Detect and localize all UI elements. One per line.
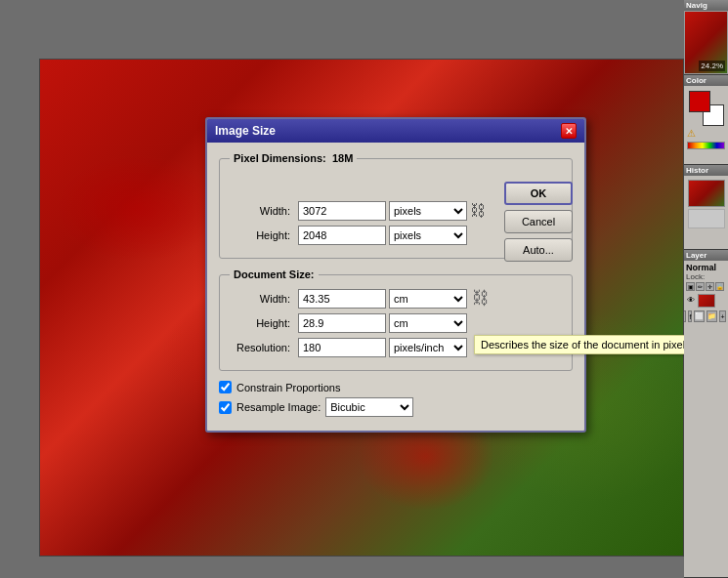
history-body — [684, 176, 728, 249]
lock-label: Lock: — [686, 272, 726, 281]
layer-item: 👁 — [686, 294, 726, 308]
dialog-titlebar: Image Size ✕ — [207, 119, 584, 143]
auto-button[interactable]: Auto... — [504, 238, 573, 262]
navigator-percent: 24.2% — [699, 61, 725, 71]
pixel-height-input[interactable] — [298, 226, 386, 245]
constrain-proportions-checkbox[interactable] — [219, 381, 232, 393]
color-panel: Color ⚠ — [684, 75, 728, 165]
color-gradient-bar — [687, 142, 725, 149]
doc-width-label: Width: — [230, 293, 298, 305]
history-header: Histor — [684, 165, 728, 176]
doc-height-unit-select[interactable]: cm — [389, 313, 467, 333]
history-panel: Histor — [684, 165, 728, 250]
resolution-unit-select[interactable]: pixels/inch — [389, 338, 467, 357]
tooltip: Describes the size of the document in pi… — [474, 335, 684, 354]
warning-icon: ⚠ — [687, 128, 725, 139]
lock-transparency-icon[interactable]: ▣ — [686, 282, 695, 291]
doc-height-input[interactable] — [298, 313, 386, 333]
constrain-proportions-label: Constrain Proportions — [236, 382, 340, 393]
pixel-dimensions-legend: Pixel Dimensions: 18M — [230, 152, 357, 164]
layer-new-icon[interactable]: + — [719, 310, 725, 322]
layer-link-icon[interactable]: 🔗 — [684, 310, 686, 322]
lock-icons: ▣ ✏ ✛ 🔒 — [686, 282, 726, 291]
right-panel: Navig 24.2% Color ⚠ Histor Layer Normal … — [684, 0, 728, 578]
resolution-input[interactable] — [298, 338, 386, 357]
resample-checkbox[interactable] — [219, 401, 232, 414]
layer-style-icon[interactable]: f — [688, 310, 692, 322]
lock-all-icon[interactable]: 🔒 — [715, 282, 724, 291]
dialog-buttons: OK Cancel Auto... — [504, 182, 573, 262]
pixel-width-label: Width: — [230, 205, 298, 217]
layers-body: Normal Lock: ▣ ✏ ✛ 🔒 👁 🔗 f ⬜ 📁 + 🗑 — [684, 261, 728, 577]
pixel-height-unit-select[interactable]: pixels — [389, 226, 467, 245]
lock-move-icon[interactable]: ✛ — [706, 282, 714, 291]
doc-chain-icon: ⛓ — [472, 288, 490, 309]
navigator-panel: Navig 24.2% — [684, 0, 728, 75]
pixel-width-unit-select[interactable]: pixels — [389, 201, 467, 221]
layers-panel: Layer Normal Lock: ▣ ✏ ✛ 🔒 👁 🔗 f ⬜ 📁 + 🗑 — [684, 250, 728, 578]
doc-width-input[interactable] — [298, 289, 386, 309]
image-size-dialog: Image Size ✕ Pixel Dimensions: 18M Descr… — [205, 117, 586, 433]
doc-width-unit-select[interactable]: cm — [389, 289, 467, 309]
layers-header: Layer — [684, 250, 728, 261]
pixel-width-input[interactable] — [298, 201, 386, 221]
document-size-group: Document Size: Width: cm ⛓ Height: — [219, 268, 573, 371]
layer-thumbnail — [698, 294, 715, 308]
doc-width-row: Width: cm ⛓ — [230, 288, 562, 309]
dialog-body: Pixel Dimensions: 18M Describes the size… — [207, 143, 584, 431]
resample-method-select[interactable]: Bicubic — [325, 397, 413, 417]
cancel-button[interactable]: Cancel — [504, 210, 573, 233]
navigator-body: 24.2% — [684, 11, 728, 74]
constrain-proportions-row: Constrain Proportions — [219, 381, 573, 393]
color-swatches[interactable] — [689, 91, 724, 126]
resample-label: Resample Image: — [236, 401, 321, 413]
dialog-overlay: Image Size ✕ Pixel Dimensions: 18M Descr… — [0, 0, 684, 578]
layer-mask-icon[interactable]: ⬜ — [694, 310, 705, 322]
lock-paint-icon[interactable]: ✏ — [696, 282, 705, 291]
foreground-color-swatch[interactable] — [689, 91, 710, 112]
history-item[interactable] — [688, 209, 725, 228]
close-button[interactable]: ✕ — [561, 123, 577, 139]
pixel-chain-icon: ⛓ — [470, 202, 486, 220]
color-body: ⚠ — [684, 86, 728, 164]
doc-height-label: Height: — [230, 317, 298, 329]
doc-height-row: Height: cm — [230, 313, 562, 333]
layer-group-icon[interactable]: 📁 — [707, 310, 717, 322]
color-header: Color — [684, 75, 728, 86]
layer-visibility-icon[interactable]: 👁 — [686, 296, 696, 306]
resolution-label: Resolution: — [230, 342, 298, 353]
resample-row: Resample Image: Bicubic — [219, 397, 573, 417]
dialog-title: Image Size — [215, 124, 276, 138]
layer-action-icons: 🔗 f ⬜ 📁 + 🗑 — [686, 310, 726, 322]
navigator-header: Navig — [684, 0, 728, 11]
pixel-height-label: Height: — [230, 229, 298, 241]
ok-button[interactable]: OK — [504, 182, 573, 205]
blend-mode-label[interactable]: Normal — [686, 263, 726, 272]
history-thumbnail — [688, 180, 725, 207]
document-size-legend: Document Size: — [230, 268, 319, 280]
